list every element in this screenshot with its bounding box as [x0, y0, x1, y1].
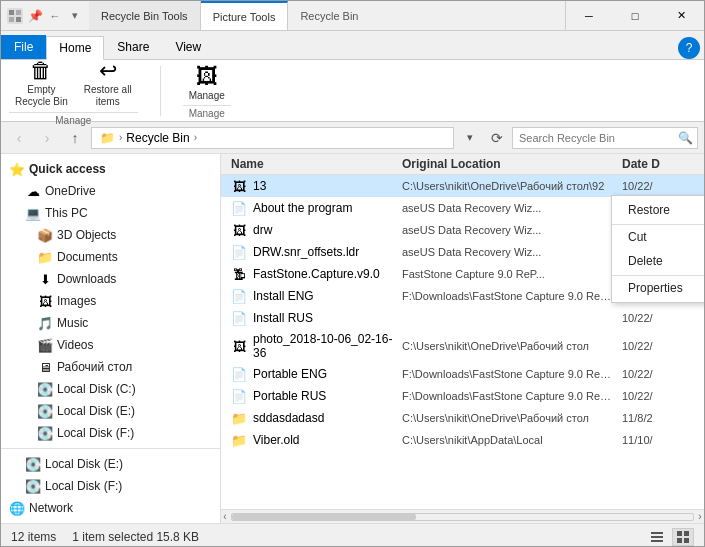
sidebar-item-network[interactable]: 🌐 Network: [1, 497, 220, 519]
h-scrollbar-track[interactable]: [231, 513, 694, 521]
scroll-right-btn[interactable]: ›: [696, 510, 704, 523]
context-cut[interactable]: Cut: [612, 224, 704, 249]
help-button[interactable]: ?: [678, 37, 700, 59]
svg-rect-3: [16, 17, 21, 22]
sidebar-item-local-e[interactable]: 💽 Local Disk (E:): [1, 400, 220, 422]
file-icon: 🖼: [231, 178, 247, 194]
file-row[interactable]: 📄 Portable ENG F:\Downloads\FastStone Ca…: [221, 363, 704, 385]
tab-view[interactable]: View: [162, 35, 214, 59]
title-bar-left: 📌 ← ▾: [1, 8, 89, 24]
dropdown-button[interactable]: ▾: [458, 127, 482, 149]
address-path[interactable]: 📁 › Recycle Bin ›: [91, 127, 454, 149]
restore-all-btn[interactable]: ↩ Restore allitems: [78, 56, 138, 110]
status-selected: 1 item selected 15.8 KB: [72, 530, 199, 544]
file-name: Portable ENG: [253, 367, 327, 381]
sidebar-item-videos[interactable]: 🎬 Videos: [1, 334, 220, 356]
videos-label: Videos: [57, 338, 93, 352]
sidebar-item-local-f[interactable]: 💽 Local Disk (F:): [1, 422, 220, 444]
local-f2-icon: 💽: [25, 478, 41, 494]
window-controls: ─ □ ✕: [566, 1, 704, 30]
file-name: 13: [253, 179, 266, 193]
sidebar-item-images[interactable]: 🖼 Images: [1, 290, 220, 312]
file-icon: 🖼: [231, 338, 247, 354]
large-icons-view-button[interactable]: [672, 528, 694, 546]
scroll-left-btn[interactable]: ‹: [221, 510, 229, 523]
file-icon: 📄: [231, 388, 247, 404]
file-icon: 📄: [231, 288, 247, 304]
sidebar-item-quick-access[interactable]: ⭐ Quick access: [1, 158, 220, 180]
tab-picture-tools[interactable]: Picture Tools: [201, 1, 289, 30]
file-name: sddasdadasd: [253, 411, 324, 425]
file-name: drw: [253, 223, 272, 237]
tab-recycle-bin[interactable]: Recycle Bin: [288, 1, 566, 30]
sidebar-item-local-disk-e2[interactable]: 💽 Local Disk (E:): [1, 453, 220, 475]
context-restore[interactable]: Restore: [612, 198, 704, 222]
file-location: C:\Users\nikit\OneDrive\Рабочий стол\92: [398, 179, 618, 193]
file-row[interactable]: 📁 sddasdadasd C:\Users\nikit\OneDrive\Ра…: [221, 407, 704, 429]
back-history-icon[interactable]: ←: [47, 8, 63, 24]
file-row[interactable]: 📄 Portable RUS F:\Downloads\FastStone Ca…: [221, 385, 704, 407]
desktop-label: Рабочий стол: [57, 360, 132, 374]
file-location: C:\Users\nikit\OneDrive\Рабочий стол: [398, 411, 618, 425]
file-icon: 📄: [231, 310, 247, 326]
context-properties[interactable]: Properties: [612, 275, 704, 300]
sidebar-item-local-disk-f2[interactable]: 💽 Local Disk (F:): [1, 475, 220, 497]
videos-icon: 🎬: [37, 337, 53, 353]
file-date: 10/22/: [618, 339, 698, 353]
file-location: F:\Downloads\FastStone Capture 9.0 ReP..…: [398, 367, 618, 381]
forward-button[interactable]: ›: [35, 127, 59, 149]
file-location: F:\Downloads\FastStone Capture 9.0 ReP..…: [398, 389, 618, 403]
svg-rect-7: [677, 531, 682, 536]
file-date: 10/22/: [618, 389, 698, 403]
details-view-button[interactable]: [646, 528, 668, 546]
minimize-button[interactable]: ─: [566, 1, 612, 31]
3d-objects-icon: 📦: [37, 227, 53, 243]
empty-recycle-bin-btn[interactable]: 🗑 EmptyRecycle Bin: [9, 56, 74, 110]
file-row[interactable]: 🖼 photo_2018-10-06_02-16-36 C:\Users\nik…: [221, 329, 704, 363]
sidebar-item-music[interactable]: 🎵 Music: [1, 312, 220, 334]
close-button[interactable]: ✕: [658, 1, 704, 31]
file-name: FastStone.Capture.v9.0: [253, 267, 380, 281]
search-input[interactable]: [513, 132, 674, 144]
h-scrollbar-thumb[interactable]: [232, 514, 416, 520]
header-location[interactable]: Original Location: [398, 157, 618, 171]
file-row[interactable]: 📁 Viber.old C:\Users\nikit\AppData\Local…: [221, 429, 704, 451]
search-box[interactable]: 🔍: [512, 127, 698, 149]
header-name[interactable]: Name: [227, 157, 398, 171]
file-name: Install ENG: [253, 289, 314, 303]
tab-home[interactable]: Home: [46, 36, 104, 60]
sidebar-item-this-pc[interactable]: 💻 This PC: [1, 202, 220, 224]
file-row[interactable]: 🖼 13 C:\Users\nikit\OneDrive\Рабочий сто…: [221, 175, 704, 197]
maximize-button[interactable]: □: [612, 1, 658, 31]
header-date[interactable]: Date D: [618, 157, 698, 171]
sidebar-item-3d-objects[interactable]: 📦 3D Objects: [1, 224, 220, 246]
file-location: FastStone Capture 9.0 ReP...: [398, 267, 618, 281]
sidebar-item-downloads[interactable]: ⬇ Downloads: [1, 268, 220, 290]
local-e-label: Local Disk (E:): [57, 404, 135, 418]
ribbon: File Home Share View ? 🗑 EmptyRecycle Bi…: [1, 31, 704, 122]
svg-rect-5: [651, 536, 663, 538]
ribbon-content: 🗑 EmptyRecycle Bin ↩ Restore allitems Ma…: [1, 59, 704, 121]
file-row[interactable]: 📄 Install RUS 10/22/: [221, 307, 704, 329]
documents-label: Documents: [57, 250, 118, 264]
context-delete[interactable]: Delete: [612, 249, 704, 273]
address-bar: ‹ › ↑ 📁 › Recycle Bin › ▾ ⟳ 🔍: [1, 122, 704, 154]
refresh-button[interactable]: ⟳: [486, 127, 508, 149]
sidebar-item-local-c[interactable]: 💽 Local Disk (C:): [1, 378, 220, 400]
sidebar-item-desktop[interactable]: 🖥 Рабочий стол: [1, 356, 220, 378]
up-button[interactable]: ↑: [63, 127, 87, 149]
network-icon: 🌐: [9, 500, 25, 516]
back-button[interactable]: ‹: [7, 127, 31, 149]
svg-rect-8: [684, 531, 689, 536]
file-icon: 📄: [231, 366, 247, 382]
tab-recycle-bin-tools[interactable]: Recycle Bin Tools: [89, 1, 201, 30]
more-icon[interactable]: ▾: [67, 8, 83, 24]
context-menu: Restore Cut Delete Properties: [611, 195, 704, 303]
sidebar-item-onedrive[interactable]: ☁ OneDrive: [1, 180, 220, 202]
horizontal-scrollbar[interactable]: ‹ ›: [221, 509, 704, 523]
status-view-controls: [646, 528, 694, 546]
file-name: photo_2018-10-06_02-16-36: [253, 332, 394, 360]
picture-manage-btn[interactable]: 🖼 Manage: [183, 62, 231, 103]
file-icon: 🖼: [231, 222, 247, 238]
sidebar-item-documents[interactable]: 📁 Documents: [1, 246, 220, 268]
